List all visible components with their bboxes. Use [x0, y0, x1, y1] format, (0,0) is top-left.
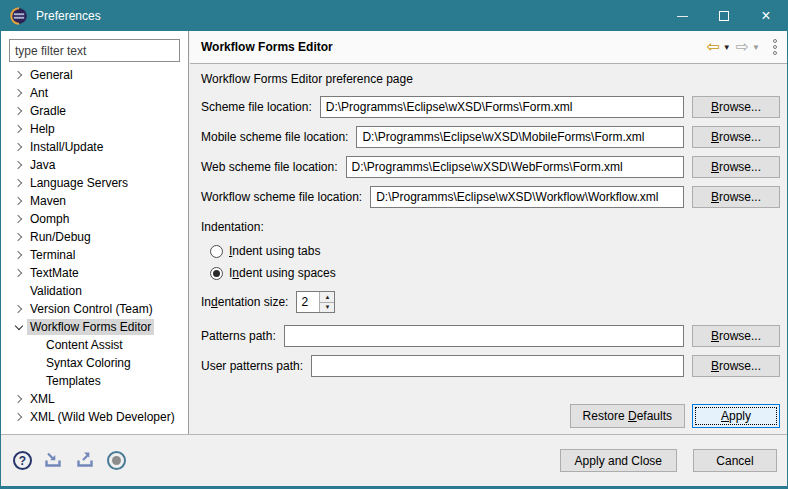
maximize-icon	[719, 11, 729, 21]
indentation-section-label: Indentation:	[201, 220, 780, 234]
chevron-right-icon[interactable]	[10, 121, 27, 137]
view-menu-icon[interactable]	[773, 39, 777, 55]
titlebar[interactable]: Preferences ×	[1, 1, 787, 31]
sidebar-item-xml[interactable]: XML	[1, 390, 188, 408]
page-title: Workflow Forms Editor	[201, 40, 333, 54]
preferences-tree-panel: General Ant Gradle Help Install/Update J…	[1, 31, 189, 434]
chevron-right-icon[interactable]	[10, 139, 27, 155]
chevron-down-icon[interactable]	[10, 319, 27, 335]
sidebar-item-general[interactable]: General	[1, 66, 188, 84]
indent-using-spaces-option[interactable]: Indent using spaces	[210, 262, 780, 284]
page-description: Workflow Forms Editor preference page	[201, 72, 780, 86]
user-patterns-path-input[interactable]	[311, 355, 684, 377]
radio-indent-tabs[interactable]	[210, 245, 223, 258]
preferences-dialog: Preferences × General Ant Gradle Help In…	[0, 0, 788, 489]
chevron-right-icon[interactable]	[10, 67, 27, 83]
spin-up-icon[interactable]: ▲	[320, 292, 334, 303]
sidebar-item-templates[interactable]: Templates	[1, 372, 188, 390]
sidebar-item-textmate[interactable]: TextMate	[1, 264, 188, 282]
sidebar-item-help[interactable]: Help	[1, 120, 188, 138]
close-icon: ×	[761, 8, 770, 24]
export-preferences-icon[interactable]	[75, 451, 96, 470]
cancel-button[interactable]: Cancel	[693, 449, 777, 472]
preferences-tree: General Ant Gradle Help Install/Update J…	[1, 66, 188, 426]
restore-defaults-button[interactable]: Restore Defaults	[570, 404, 685, 428]
chevron-right-icon[interactable]	[10, 247, 27, 263]
radio-indent-spaces[interactable]	[210, 267, 223, 280]
sidebar-item-content-assist[interactable]: Content Assist	[1, 336, 188, 354]
indentation-size-label: Indentation size:	[201, 295, 288, 309]
indent-tabs-label: Indent using tabs	[229, 244, 320, 258]
workflow-scheme-file-location-label: Workflow scheme file location:	[201, 190, 362, 204]
help-icon[interactable]: ?	[13, 451, 32, 470]
forward-icon[interactable]: ⇨	[736, 39, 749, 55]
close-button[interactable]: ×	[745, 1, 787, 31]
maximize-button[interactable]	[703, 1, 745, 31]
mobile-scheme-file-location-input[interactable]	[356, 126, 684, 148]
mobile-scheme-file-location-label: Mobile scheme file location:	[201, 130, 348, 144]
chevron-right-icon[interactable]	[10, 103, 27, 119]
indent-using-tabs-option[interactable]: Indent using tabs	[210, 240, 780, 262]
chevron-right-icon[interactable]	[10, 193, 27, 209]
filter-input[interactable]	[9, 39, 180, 62]
sidebar-item-run-debug[interactable]: Run/Debug	[1, 228, 188, 246]
web-scheme-file-location-label: Web scheme file location:	[201, 160, 338, 174]
sidebar-item-oomph[interactable]: Oomph	[1, 210, 188, 228]
preference-page-panel: Workflow Forms Editor ⇦ ▼ ⇨ ▼ Workflow F…	[190, 31, 787, 434]
sidebar-item-ant[interactable]: Ant	[1, 84, 188, 102]
sidebar-item-syntax-coloring[interactable]: Syntax Coloring	[1, 354, 188, 372]
browse-patterns-button[interactable]: Browse...	[692, 325, 780, 347]
browse-mobile-scheme-button[interactable]: Browse...	[692, 126, 780, 148]
chevron-right-icon[interactable]	[10, 301, 27, 317]
chevron-right-icon[interactable]	[10, 391, 27, 407]
minimize-button[interactable]	[661, 1, 703, 31]
indent-spaces-label: Indent using spaces	[229, 266, 336, 280]
no-chevron	[10, 283, 27, 299]
sidebar-item-install-update[interactable]: Install/Update	[1, 138, 188, 156]
page-header: Workflow Forms Editor ⇦ ▼ ⇨ ▼	[190, 31, 787, 64]
forward-dropdown-icon[interactable]: ▼	[749, 43, 765, 52]
window-title: Preferences	[36, 9, 101, 23]
indentation-size-stepper[interactable]: ▲ ▼	[296, 291, 335, 313]
minimize-icon	[677, 16, 688, 17]
indentation-size-input[interactable]	[297, 292, 319, 312]
patterns-path-label: Patterns path:	[201, 329, 276, 343]
sidebar-item-workflow-forms-editor[interactable]: Workflow Forms Editor	[1, 318, 188, 336]
apply-and-close-button[interactable]: Apply and Close	[560, 449, 677, 472]
chevron-right-icon[interactable]	[10, 211, 27, 227]
no-chevron	[26, 337, 43, 353]
sidebar-item-validation[interactable]: Validation	[1, 282, 188, 300]
scheme-file-location-label: Scheme file location:	[201, 100, 312, 114]
record-preferences-icon[interactable]	[107, 451, 126, 470]
chevron-right-icon[interactable]	[10, 175, 27, 191]
user-patterns-path-label: User patterns path:	[201, 359, 303, 373]
sidebar-item-language-servers[interactable]: Language Servers	[1, 174, 188, 192]
chevron-right-icon[interactable]	[10, 409, 27, 425]
sidebar-item-terminal[interactable]: Terminal	[1, 246, 188, 264]
browse-workflow-scheme-button[interactable]: Browse...	[692, 186, 780, 208]
patterns-path-input[interactable]	[284, 325, 684, 347]
dialog-button-bar: ? Apply and Close Cancel	[1, 434, 787, 486]
sidebar-item-maven[interactable]: Maven	[1, 192, 188, 210]
browse-user-patterns-button[interactable]: Browse...	[692, 355, 780, 377]
scheme-file-location-input[interactable]	[320, 96, 684, 118]
chevron-right-icon[interactable]	[10, 229, 27, 245]
spin-down-icon[interactable]: ▼	[320, 303, 334, 313]
back-dropdown-icon[interactable]: ▼	[720, 43, 736, 52]
workflow-scheme-file-location-input[interactable]	[370, 186, 684, 208]
chevron-right-icon[interactable]	[10, 157, 27, 173]
sidebar-item-gradle[interactable]: Gradle	[1, 102, 188, 120]
sidebar-item-version-control-team[interactable]: Version Control (Team)	[1, 300, 188, 318]
back-icon[interactable]: ⇦	[706, 39, 719, 55]
no-chevron	[26, 373, 43, 389]
no-chevron	[26, 355, 43, 371]
browse-scheme-button[interactable]: Browse...	[692, 96, 780, 118]
chevron-right-icon[interactable]	[10, 265, 27, 281]
apply-button[interactable]: Apply	[692, 404, 780, 428]
sidebar-item-xml-wild-web-developer[interactable]: XML (Wild Web Developer)	[1, 408, 188, 426]
chevron-right-icon[interactable]	[10, 85, 27, 101]
import-preferences-icon[interactable]	[43, 451, 64, 470]
browse-web-scheme-button[interactable]: Browse...	[692, 156, 780, 178]
web-scheme-file-location-input[interactable]	[346, 156, 684, 178]
sidebar-item-java[interactable]: Java	[1, 156, 188, 174]
